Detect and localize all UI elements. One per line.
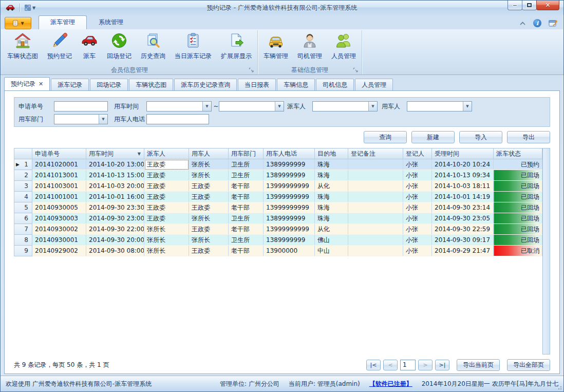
chevron-down-icon[interactable]: ▼: [275, 102, 284, 111]
table-cell[interactable]: 珠海: [315, 202, 348, 213]
table-cell[interactable]: 老干部: [229, 192, 264, 202]
table-cell[interactable]: 2014-10-20 10:24: [432, 159, 494, 170]
table-cell[interactable]: 王政委: [189, 202, 229, 213]
table-cell[interactable]: 20140929002: [32, 246, 86, 256]
document-tab[interactable]: 预约记录✕: [4, 77, 50, 90]
table-cell[interactable]: 1389999999: [264, 159, 315, 170]
tab-close-icon[interactable]: ✕: [39, 81, 43, 87]
document-tab[interactable]: 当日报表: [238, 79, 276, 90]
table-row[interactable]: ▶1201410200012014-10-20 13:00王政委张所长卫生所13…: [14, 159, 542, 170]
table-row[interactable]: 3201410030012014-10-03 20:00王政委王政委老干部139…: [14, 181, 542, 192]
skin-style-icon[interactable]: [549, 20, 557, 27]
table-cell[interactable]: 2014-10-03 18:11: [432, 181, 494, 192]
table-cell[interactable]: 20140930005: [32, 202, 86, 213]
car-user-input[interactable]: [407, 102, 463, 111]
table-cell[interactable]: 1389999999: [264, 213, 315, 224]
table-cell[interactable]: 2014-09-29 21:47: [432, 246, 494, 256]
table-cell[interactable]: 13999999999: [264, 224, 315, 235]
phone-input[interactable]: [146, 114, 209, 124]
chevron-down-icon[interactable]: ▼: [368, 102, 377, 111]
table-cell[interactable]: 珠海: [315, 213, 348, 224]
table-cell[interactable]: 王政委: [144, 181, 189, 192]
row-indicator-cell[interactable]: 3: [14, 181, 32, 192]
chevron-down-icon[interactable]: ▼: [202, 102, 211, 111]
ribbon-button[interactable]: 预约登记: [43, 30, 77, 62]
export-button[interactable]: 导出: [507, 131, 550, 143]
previous-page-button[interactable]: <: [383, 360, 398, 370]
table-cell[interactable]: 小张: [403, 159, 432, 170]
dialog-launcher-icon[interactable]: [353, 67, 359, 73]
row-indicator-cell[interactable]: 4: [14, 192, 32, 202]
table-cell[interactable]: 小张: [403, 170, 432, 181]
use-time-from-combo[interactable]: ▼: [146, 101, 212, 111]
table-cell[interactable]: [348, 159, 403, 170]
first-page-button[interactable]: |<: [366, 360, 381, 370]
document-tab[interactable]: 派车记录: [51, 79, 89, 90]
table-cell[interactable]: 王政委: [144, 170, 189, 181]
table-cell[interactable]: 2014-09-30 22:59: [432, 224, 494, 235]
table-cell[interactable]: 王政委: [144, 159, 189, 170]
column-header[interactable]: 派车状态: [494, 148, 542, 159]
row-indicator-cell[interactable]: 5: [14, 202, 32, 213]
table-cell[interactable]: 小张: [403, 235, 432, 246]
table-cell[interactable]: 2014-09-30 23:14: [432, 202, 494, 213]
table-cell[interactable]: 卫生所: [229, 235, 264, 246]
dispatch-status-cell[interactable]: 已回场: [494, 202, 542, 213]
column-header[interactable]: 受理时间: [432, 148, 494, 159]
table-cell[interactable]: 张所长: [144, 224, 189, 235]
last-page-button[interactable]: >|: [435, 360, 449, 370]
table-cell[interactable]: [348, 170, 403, 181]
table-cell[interactable]: 小张: [403, 192, 432, 202]
new-button[interactable]: 新建: [411, 131, 455, 143]
import-button[interactable]: 导入: [459, 131, 502, 143]
table-cell[interactable]: 2014-09-30 08:00: [86, 246, 144, 256]
maximize-button[interactable]: [522, 1, 537, 10]
table-cell[interactable]: 2014-10-13 09:34: [432, 170, 494, 181]
ribbon-tab[interactable]: 派车管理: [39, 15, 87, 29]
ribbon-button[interactable]: 人员管理: [327, 30, 361, 62]
ribbon-button[interactable]: 车辆状态图: [3, 30, 43, 62]
collapse-ribbon-icon[interactable]: [519, 21, 526, 26]
table-cell[interactable]: 老干部: [229, 202, 264, 213]
table-cell[interactable]: 张所长: [144, 246, 189, 256]
column-header[interactable]: 登记人: [403, 148, 432, 159]
document-tab[interactable]: 派车历史记录查询: [174, 79, 237, 90]
table-cell[interactable]: 2014-09-30 23:05: [432, 213, 494, 224]
table-cell[interactable]: 小张: [403, 224, 432, 235]
table-cell[interactable]: [348, 246, 403, 256]
table-cell[interactable]: 珠海: [315, 192, 348, 202]
table-cell[interactable]: 张所长: [189, 213, 229, 224]
use-time-to-input[interactable]: [219, 102, 275, 111]
table-row[interactable]: 2201410130012014-10-13 15:00王政委张所长卫生所138…: [14, 170, 542, 181]
chevron-down-icon[interactable]: ▼: [463, 102, 472, 111]
ribbon-button[interactable]: 回场登记: [102, 30, 136, 62]
table-cell[interactable]: 2014-10-03 20:00: [86, 181, 144, 192]
use-time-from-input[interactable]: [147, 102, 202, 111]
dept-combo[interactable]: ▼: [54, 114, 108, 124]
row-indicator-cell[interactable]: 2: [14, 170, 32, 181]
dispatcher-input[interactable]: [313, 102, 368, 111]
table-cell[interactable]: 珠海: [315, 159, 348, 170]
column-header[interactable]: 目的地: [315, 148, 348, 159]
table-row[interactable]: 8201409300012014-09-30 20:00张所长张所长卫生所138…: [14, 235, 542, 246]
table-cell[interactable]: 王政委: [144, 192, 189, 202]
column-header[interactable]: 登记备注: [348, 148, 403, 159]
table-cell[interactable]: 王政委: [144, 202, 189, 213]
table-cell[interactable]: 20140930003: [32, 213, 86, 224]
table-cell[interactable]: 老干部: [229, 181, 264, 192]
table-cell[interactable]: 王政委: [189, 192, 229, 202]
ribbon-button[interactable]: 派车: [77, 30, 102, 62]
table-cell[interactable]: 13999999999: [264, 202, 315, 213]
table-cell[interactable]: 2014-10-20 13:00: [86, 159, 144, 170]
query-button[interactable]: 查询: [364, 131, 407, 143]
document-tab[interactable]: 人员管理: [355, 79, 393, 90]
ribbon-button[interactable]: 扩展屏显示: [216, 30, 256, 62]
table-cell[interactable]: 20140930001: [32, 235, 86, 246]
table-cell[interactable]: 2014-09-30 20:00: [86, 235, 144, 246]
export-all-pages-button[interactable]: 导出全部页: [507, 359, 550, 371]
row-indicator-cell[interactable]: 6: [14, 213, 32, 224]
table-cell[interactable]: 2014-09-30 22:00: [86, 224, 144, 235]
column-header[interactable]: 用车部门: [229, 148, 264, 159]
table-cell[interactable]: 从化: [315, 181, 348, 192]
row-indicator-cell[interactable]: 7: [14, 224, 32, 235]
